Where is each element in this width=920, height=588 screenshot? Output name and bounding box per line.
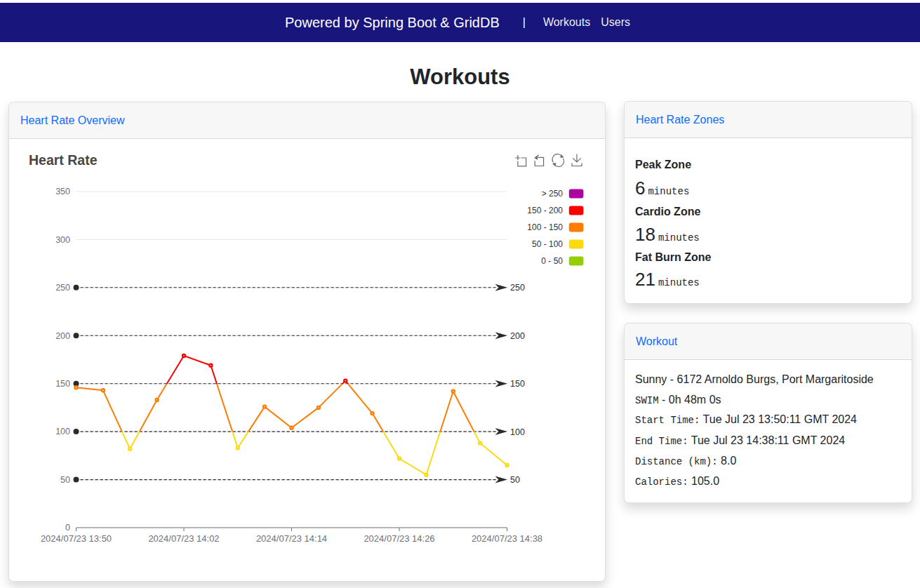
svg-text:2024/07/23 14:38: 2024/07/23 14:38 [472,533,542,544]
svg-text:50 - 100: 50 - 100 [532,239,563,249]
svg-text:200: 200 [510,331,525,341]
svg-text:250: 250 [510,283,525,293]
svg-text:2024/07/23 14:02: 2024/07/23 14:02 [148,533,219,544]
svg-text:150 - 200: 150 - 200 [527,206,563,215]
svg-text:> 250: > 250 [542,189,564,199]
svg-text:150: 150 [510,379,525,389]
svg-text:150: 150 [55,379,70,389]
svg-text:50: 50 [510,475,520,485]
svg-text:200: 200 [55,331,70,341]
svg-text:50: 50 [60,475,70,485]
svg-text:0: 0 [65,523,70,533]
svg-text:2024/07/23 14:14: 2024/07/23 14:14 [256,533,327,544]
svg-text:0 - 50: 0 - 50 [541,256,563,266]
svg-text:100 - 150: 100 - 150 [527,222,563,232]
svg-text:2024/07/23 14:26: 2024/07/23 14:26 [364,533,434,544]
svg-text:300: 300 [55,235,70,245]
svg-text:Heart Rate: Heart Rate [29,152,98,168]
svg-text:350: 350 [55,187,70,196]
svg-text:100: 100 [55,427,70,436]
svg-text:2024/07/23 13:50: 2024/07/23 13:50 [41,533,112,544]
svg-text:100: 100 [510,427,525,437]
svg-text:250: 250 [55,283,70,293]
